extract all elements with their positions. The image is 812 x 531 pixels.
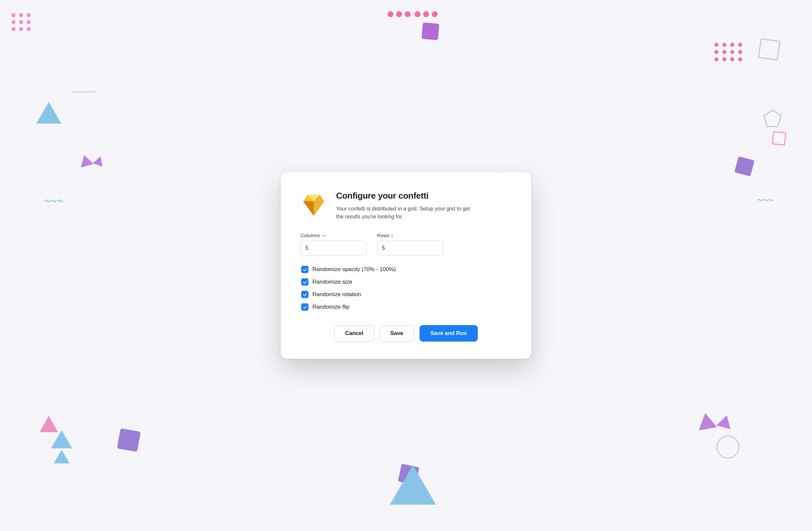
checkbox-flip[interactable]: Randomize flip xyxy=(301,304,511,311)
checkbox-size[interactable]: Randomize size xyxy=(301,278,511,285)
checkbox-flip-box[interactable] xyxy=(301,304,308,311)
dialog: Configure your confetti Your confetti is… xyxy=(281,172,531,359)
dialog-footer: Cancel Save Save and Run xyxy=(301,325,511,342)
columns-input[interactable] xyxy=(301,241,366,255)
save-button[interactable]: Save xyxy=(379,325,414,342)
checkbox-opacity-box[interactable] xyxy=(301,266,308,273)
sketch-icon xyxy=(301,192,327,218)
rows-input[interactable] xyxy=(377,241,443,255)
dialog-title: Configure your confetti xyxy=(336,191,511,201)
cancel-button[interactable]: Cancel xyxy=(334,325,374,342)
checkbox-opacity-label: Randomize opacity (70% - 100%) xyxy=(313,266,396,273)
dialog-description: Your confetti is distributed in a grid. … xyxy=(336,205,475,221)
rows-field-group: Rows ↕ xyxy=(377,233,443,255)
rows-label: Rows ↕ xyxy=(377,233,443,238)
dialog-header: Configure your confetti Your confetti is… xyxy=(301,191,511,221)
columns-label: Columns ↔ xyxy=(301,233,366,238)
checkbox-rotation-box[interactable] xyxy=(301,291,308,298)
checkbox-flip-label: Randomize flip xyxy=(313,304,349,310)
checkbox-rotation-label: Randomize rotation xyxy=(313,291,361,298)
checkbox-rotation[interactable]: Randomize rotation xyxy=(301,291,511,298)
columns-field-group: Columns ↔ xyxy=(301,233,366,255)
checkbox-size-box[interactable] xyxy=(301,278,308,285)
dialog-backdrop: Configure your confetti Your confetti is… xyxy=(0,0,812,531)
checkbox-opacity[interactable]: Randomize opacity (70% - 100%) xyxy=(301,266,511,273)
checkboxes-group: Randomize opacity (70% - 100%) Randomize… xyxy=(301,266,511,311)
svg-marker-2 xyxy=(303,201,314,216)
dialog-title-area: Configure your confetti Your confetti is… xyxy=(336,191,511,221)
checkbox-size-label: Randomize size xyxy=(313,279,352,285)
save-and-run-button[interactable]: Save and Run xyxy=(420,325,478,342)
fields-row: Columns ↔ Rows ↕ xyxy=(301,233,511,255)
svg-marker-3 xyxy=(314,201,324,216)
